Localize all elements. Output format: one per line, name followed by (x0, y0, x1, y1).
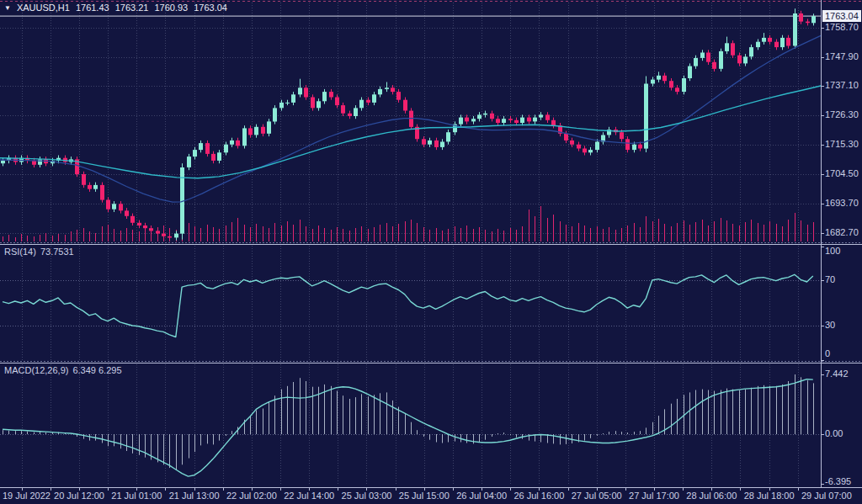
symbol-dropdown-icon[interactable]: ▼ (4, 4, 11, 12)
price-axis-label: 1715.30 (825, 139, 859, 150)
ohlc-close: 1763.04 (194, 3, 227, 13)
macd-name: MACD(12,26,9) (4, 365, 68, 375)
time-axis-label: 20 Jul 12:00 (54, 491, 104, 501)
macd-axis-label: 7.442 (825, 369, 849, 379)
time-axis-label: 27 Jul 17:00 (629, 491, 679, 501)
time-axis-label: 26 Jul 04:00 (456, 491, 507, 501)
macd-indicator-label: MACD(12,26,9) 6.349 6.295 (4, 365, 122, 375)
price-axis-label: 1693.70 (825, 198, 859, 209)
time-axis[interactable]: 19 Jul 202220 Jul 12:0021 Jul 01:0021 Ju… (0, 489, 862, 504)
time-axis-label: 19 Jul 2022 (3, 491, 51, 501)
rsi-axis-label: 0 (825, 348, 830, 359)
time-axis-label: 22 Jul 14:00 (284, 491, 334, 501)
time-axis-label: 25 Jul 03:00 (342, 491, 392, 501)
symbol-label: XAUUSD,H1 (17, 3, 70, 13)
price-axis[interactable]: 1758.701747.901737.101726.301715.301704.… (824, 0, 862, 488)
ohlc-high: 1763.21 (115, 3, 149, 13)
rsi-name: RSI(14) (4, 247, 36, 257)
rsi-axis-label: 30 (825, 320, 835, 331)
price-axis-label: 1682.70 (825, 227, 859, 238)
price-axis-label: 1747.90 (825, 51, 859, 62)
time-axis-label: 21 Jul 13:00 (169, 491, 220, 501)
time-axis-label: 27 Jul 05:00 (572, 491, 622, 501)
chart-header: ▼ XAUUSD,H1 1761.43 1763.21 1760.93 1763… (4, 3, 227, 13)
macd-values: 6.349 6.295 (72, 365, 121, 375)
chart-canvas[interactable] (0, 0, 862, 504)
time-axis-label: 28 Jul 06:00 (686, 491, 737, 501)
time-axis-label: 28 Jul 18:00 (744, 491, 795, 501)
trading-chart-window: ▼ XAUUSD,H1 1761.43 1763.21 1760.93 1763… (0, 0, 862, 504)
macd-axis-label: 0.00 (825, 428, 843, 439)
macd-axis-label: -6.395 (825, 476, 851, 487)
time-axis-label: 25 Jul 15:00 (399, 491, 450, 501)
time-axis-label: 26 Jul 16:00 (513, 491, 564, 501)
rsi-value: 73.7531 (40, 247, 74, 257)
rsi-indicator-label: RSI(14) 73.7531 (4, 247, 74, 257)
current-price-tag: 1763.04 (822, 10, 861, 22)
time-axis-label: 22 Jul 02:00 (226, 491, 277, 501)
time-axis-label: 21 Jul 01:00 (111, 491, 162, 501)
rsi-axis-label: 100 (825, 246, 840, 257)
ohlc-open: 1761.43 (76, 3, 109, 13)
price-axis-label: 1737.10 (825, 80, 859, 91)
price-axis-label: 1704.50 (825, 168, 859, 179)
price-axis-label: 1758.70 (825, 22, 859, 33)
rsi-axis-label: 70 (825, 274, 835, 285)
ohlc-low: 1760.93 (154, 3, 188, 13)
time-axis-label: 29 Jul 07:00 (801, 491, 852, 501)
price-axis-label: 1726.30 (825, 109, 859, 120)
